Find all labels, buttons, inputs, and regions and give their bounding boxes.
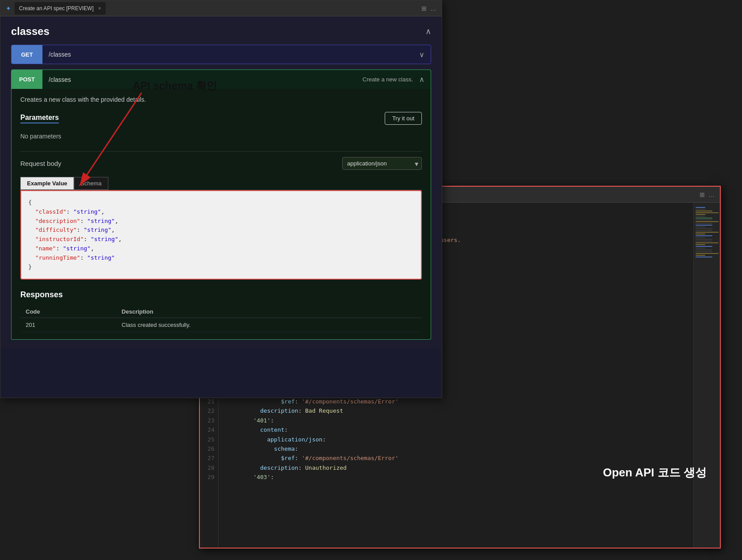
- json-line-4: "difficulty": "string",: [28, 226, 414, 235]
- try-it-out-button[interactable]: Try it out: [385, 112, 422, 125]
- swagger-tab-label: Create an API spec [PREVIEW]: [19, 5, 94, 12]
- content-type-wrapper[interactable]: application/json: [342, 157, 422, 170]
- post-expanded-content: Creates a new class with the provided de…: [11, 89, 431, 340]
- json-line-2: "classId": "string",: [28, 207, 414, 217]
- json-line-5: "instructorId": "string",: [28, 235, 414, 244]
- get-endpoint-path: /classes: [42, 51, 413, 58]
- json-line-1: {: [28, 198, 414, 207]
- json-line-3: "description": "string",: [28, 217, 414, 226]
- example-value-box: { "classId": "string", "description": "s…: [20, 190, 422, 280]
- json-line-7: "runningTime": "string": [28, 253, 414, 263]
- example-value-tab[interactable]: Example Value: [20, 177, 74, 190]
- value-tabs: Example Value Schema: [20, 177, 422, 190]
- request-body-row: Request body application/json: [20, 151, 422, 170]
- minimap: [693, 203, 720, 548]
- parameters-label: Parameters: [20, 114, 59, 123]
- desc-column-header: Description: [116, 306, 422, 318]
- post-endpoint-bar[interactable]: POST /classes Create a new class. ∧: [11, 69, 431, 89]
- swagger-content: classes ∧ GET /classes ∨ POST /classes C…: [0, 16, 442, 349]
- post-collapse-chevron[interactable]: ∧: [413, 75, 431, 84]
- schema-tab[interactable]: Schema: [74, 177, 108, 190]
- swagger-tab-bar: ✦ Create an API spec [PREVIEW] × ⊞ …: [0, 0, 442, 16]
- vscode-window-controls: ⊞ …: [700, 191, 715, 198]
- collapse-icon[interactable]: ∧: [425, 27, 431, 36]
- content-type-select[interactable]: application/json: [342, 157, 422, 170]
- post-description: Creates a new class with the provided de…: [20, 96, 422, 103]
- get-endpoint-bar[interactable]: GET /classes ∨: [11, 45, 431, 64]
- json-line-6: "name": "string",: [28, 244, 414, 253]
- get-collapse-chevron[interactable]: ∨: [413, 50, 431, 59]
- post-endpoint-path: /classes: [42, 76, 359, 83]
- swagger-window-controls: ⊞ …: [421, 5, 436, 12]
- code-column-header: Code: [20, 306, 116, 318]
- json-line-8: }: [28, 263, 414, 272]
- responses-section: Responses Code Description 201 Class cre…: [20, 290, 422, 332]
- responses-title: Responses: [20, 290, 422, 299]
- post-method-badge: POST: [11, 70, 42, 89]
- request-body-label: Request body: [20, 160, 61, 167]
- response-code-201: 201: [20, 318, 116, 332]
- response-desc-201: Class created successfully.: [116, 318, 422, 332]
- swagger-tab-icon: ✦: [6, 5, 11, 12]
- post-endpoint-desc: Create a new class.: [363, 76, 413, 83]
- responses-table: Code Description 201 Class created succe…: [20, 306, 422, 332]
- section-title-row: classes ∧: [11, 25, 431, 38]
- response-row-201: 201 Class created successfully.: [20, 318, 422, 332]
- parameters-row: Parameters Try it out: [20, 112, 422, 125]
- get-method-badge: GET: [11, 45, 42, 64]
- swagger-panel: ✦ Create an API spec [PREVIEW] × ⊞ … cla…: [0, 0, 442, 398]
- swagger-tab-item[interactable]: Create an API spec [PREVIEW] ×: [15, 2, 106, 15]
- tab-close-icon[interactable]: ×: [98, 5, 101, 12]
- no-params-label: No parameters: [20, 128, 422, 144]
- section-title: classes: [11, 25, 50, 38]
